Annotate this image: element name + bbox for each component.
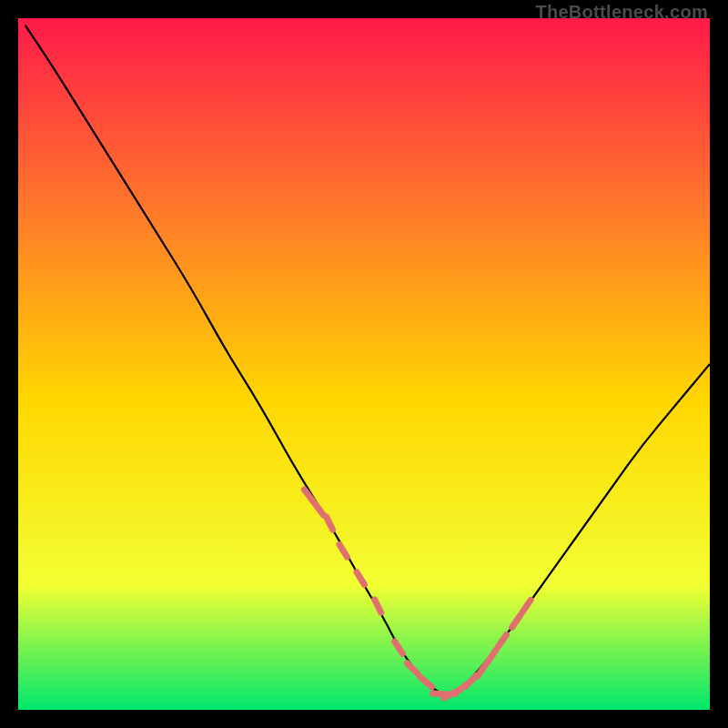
chart-frame	[18, 18, 710, 710]
watermark-text: TheBottleneck.com	[535, 2, 708, 23]
bottleneck-chart	[18, 18, 710, 710]
chart-background	[18, 18, 710, 710]
